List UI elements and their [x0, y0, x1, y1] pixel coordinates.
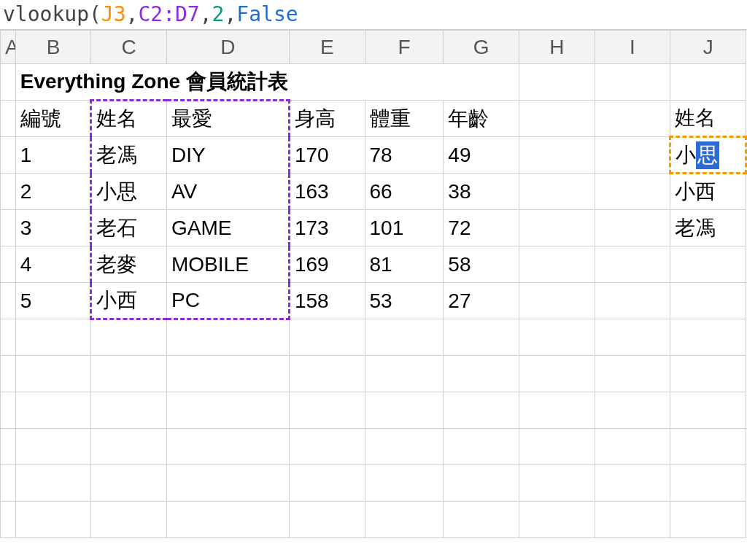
col-D[interactable]: D	[167, 31, 290, 64]
cell-A2[interactable]	[1, 101, 16, 137]
formula-bar[interactable]: vlookup(J3,C2:D7,2,False	[0, 0, 747, 30]
row-13[interactable]	[1, 502, 746, 538]
side-header-name[interactable]: 姓名	[670, 101, 746, 137]
cell-J4[interactable]: 小西	[670, 174, 746, 210]
row-5[interactable]: 3 老石 GAME 173 101 72 老馮	[1, 210, 746, 246]
cell-H2[interactable]	[519, 101, 595, 137]
col-B[interactable]: B	[15, 31, 91, 64]
col-G[interactable]: G	[444, 31, 519, 64]
cell-J3[interactable]: 小思	[670, 137, 746, 174]
row-9[interactable]	[1, 356, 746, 392]
cell-J7[interactable]	[670, 283, 746, 319]
cell-I2[interactable]	[595, 101, 670, 137]
cell-B6[interactable]: 4	[15, 246, 91, 283]
formula-ref-j3: J3	[101, 2, 126, 26]
cell-D4[interactable]: AV	[167, 174, 290, 210]
cell-D5[interactable]: GAME	[167, 210, 290, 246]
cell-H3[interactable]	[519, 137, 595, 174]
header-id[interactable]: 編號	[15, 101, 91, 137]
cell-I5[interactable]	[595, 210, 670, 246]
cell-B3[interactable]: 1	[15, 137, 91, 174]
cell-G6[interactable]: 58	[444, 246, 519, 283]
cell-A5[interactable]	[1, 210, 16, 246]
cell-H7[interactable]	[519, 283, 595, 319]
cell-C7[interactable]: 小西	[91, 283, 167, 319]
cell-G5[interactable]: 72	[444, 210, 519, 246]
cell-A4[interactable]	[1, 174, 16, 210]
cell-E3[interactable]: 170	[289, 137, 365, 174]
row-2[interactable]: 編號 姓名 最愛 身高 體重 年齡 姓名	[1, 101, 746, 137]
col-H[interactable]: H	[519, 31, 595, 64]
cell-F6[interactable]: 81	[365, 246, 444, 283]
spreadsheet-grid[interactable]: A B C D E F G H I J Everything Zone 會員統計…	[0, 30, 747, 538]
header-name[interactable]: 姓名	[91, 101, 167, 137]
cell-D3[interactable]: DIY	[167, 137, 290, 174]
cell-J1[interactable]	[670, 64, 746, 101]
cell-I4[interactable]	[595, 174, 670, 210]
cell-A7[interactable]	[1, 283, 16, 319]
cell-G7[interactable]: 27	[444, 283, 519, 319]
formula-match: False	[236, 2, 298, 26]
row-4[interactable]: 2 小思 AV 163 66 38 小西	[1, 174, 746, 210]
cell-J6[interactable]	[670, 246, 746, 283]
col-J[interactable]: J	[670, 31, 746, 64]
cell-G4[interactable]: 38	[444, 174, 519, 210]
cell-A1[interactable]	[1, 64, 16, 101]
j3-text: 小	[676, 144, 696, 166]
cell-I3[interactable]	[595, 137, 670, 174]
cell-A3[interactable]	[1, 137, 16, 174]
cell-E5[interactable]: 173	[289, 210, 365, 246]
row-10[interactable]	[1, 392, 746, 429]
col-I[interactable]: I	[595, 31, 670, 64]
cell-B5[interactable]: 3	[15, 210, 91, 246]
row-7[interactable]: 5 小西 PC 158 53 27	[1, 283, 746, 319]
formula-ref-range: C2:D7	[138, 2, 199, 26]
cell-E7[interactable]: 158	[289, 283, 365, 319]
column-headers[interactable]: A B C D E F G H I J	[1, 31, 746, 64]
cell-J5[interactable]: 老馮	[670, 210, 746, 246]
cell-H6[interactable]	[519, 246, 595, 283]
cell-D6[interactable]: MOBILE	[167, 246, 290, 283]
cell-B7[interactable]: 5	[15, 283, 91, 319]
row-6[interactable]: 4 老麥 MOBILE 169 81 58	[1, 246, 746, 283]
cell-H4[interactable]	[519, 174, 595, 210]
row-1[interactable]: Everything Zone 會員統計表	[1, 64, 746, 101]
row-11[interactable]	[1, 429, 746, 465]
cell-F7[interactable]: 53	[365, 283, 444, 319]
col-C[interactable]: C	[91, 31, 167, 64]
header-weight[interactable]: 體重	[365, 101, 444, 137]
row-8[interactable]	[1, 319, 746, 356]
cell-G3[interactable]: 49	[444, 137, 519, 174]
col-A[interactable]: A	[1, 31, 16, 64]
cell-C5[interactable]: 老石	[91, 210, 167, 246]
cell-D7[interactable]: PC	[167, 283, 290, 319]
cell-C4[interactable]: 小思	[91, 174, 167, 210]
formula-fn: vlookup(	[3, 2, 101, 26]
cell-C6[interactable]: 老麥	[91, 246, 167, 283]
cell-E4[interactable]: 163	[289, 174, 365, 210]
header-height[interactable]: 身高	[289, 101, 365, 137]
cell-H1[interactable]	[519, 64, 595, 101]
cell-F5[interactable]: 101	[365, 210, 444, 246]
cell-F4[interactable]: 66	[365, 174, 444, 210]
cell-A6[interactable]	[1, 246, 16, 283]
row-12[interactable]	[1, 465, 746, 502]
cell-I1[interactable]	[595, 64, 670, 101]
col-E[interactable]: E	[289, 31, 365, 64]
cell-I6[interactable]	[595, 246, 670, 283]
cell-B4[interactable]: 2	[15, 174, 91, 210]
formula-colindex: 2	[212, 2, 225, 26]
j3-selection: 思	[696, 141, 719, 169]
cell-C3[interactable]: 老馮	[91, 137, 167, 174]
cell-H5[interactable]	[519, 210, 595, 246]
header-fav[interactable]: 最愛	[167, 101, 290, 137]
table-title[interactable]: Everything Zone 會員統計表	[15, 64, 519, 101]
row-3[interactable]: 1 老馮 DIY 170 78 49 小思	[1, 137, 746, 174]
col-F[interactable]: F	[365, 31, 444, 64]
cell-I7[interactable]	[595, 283, 670, 319]
cell-F3[interactable]: 78	[365, 137, 444, 174]
header-age[interactable]: 年齡	[444, 101, 519, 137]
cell-E6[interactable]: 169	[289, 246, 365, 283]
